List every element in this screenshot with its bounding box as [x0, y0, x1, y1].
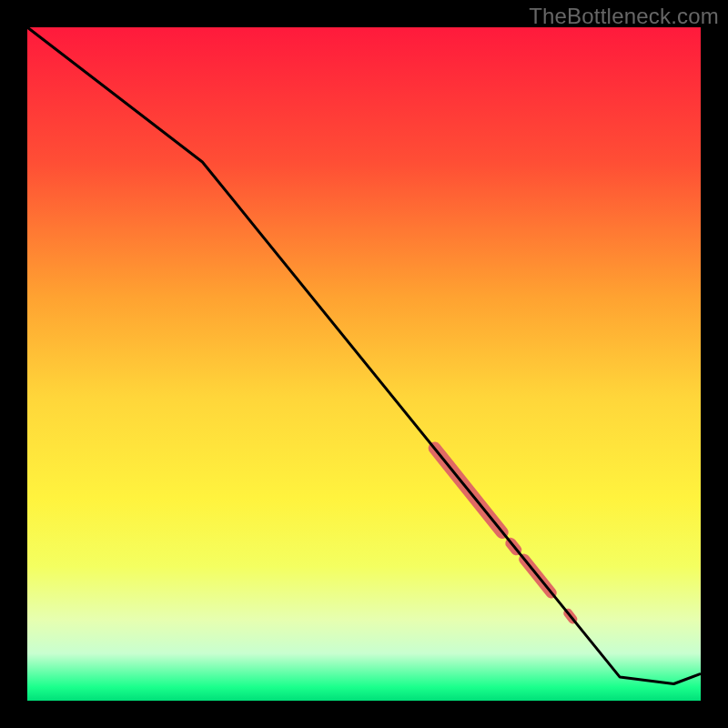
chart-plot-gradient: [27, 27, 701, 701]
watermark-label: TheBottleneck.com: [529, 4, 719, 29]
bottleneck-chart: [0, 0, 728, 728]
chart-container: TheBottleneck.com: [0, 0, 728, 728]
